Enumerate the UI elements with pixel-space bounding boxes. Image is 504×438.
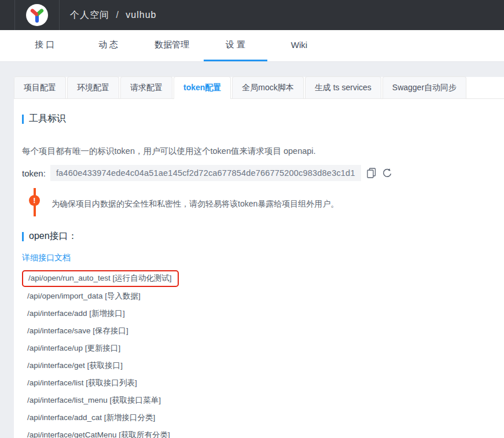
- subtab-request-config[interactable]: 请求配置: [120, 76, 172, 98]
- breadcrumb-space[interactable]: 个人空间: [70, 10, 109, 20]
- endpoint-interface-add: /api/interface/add [新增接口]: [22, 305, 504, 322]
- breadcrumb: 个人空间 / vulhub: [70, 9, 157, 21]
- main-area: 项目配置 环境配置 请求配置 token配置 全局mock脚本 生成 ts se…: [0, 62, 504, 438]
- token-label: token:: [22, 168, 46, 178]
- nav-tab-wiki[interactable]: Wiki: [267, 30, 331, 61]
- breadcrumb-separator: /: [116, 10, 119, 20]
- nav-tab-interface[interactable]: 接 口: [13, 30, 76, 61]
- red-highlight-annotation: /api/open/run_auto_test [运行自动化测试]: [22, 270, 179, 287]
- endpoint-import-data: /api/open/import_data [导入数据]: [22, 288, 504, 305]
- endpoint-run-auto-test: /api/open/run_auto_test [运行自动化测试]: [22, 269, 504, 288]
- subtab-env-config[interactable]: 环境配置: [67, 76, 119, 98]
- token-row: token: fa460e433974ede4c04a51ae145cf2d72…: [22, 164, 504, 182]
- app-header: 个人空间 / vulhub: [0, 0, 504, 30]
- yapi-logo[interactable]: [26, 4, 48, 26]
- warning-text: 为确保项目内数据的安全性和私密性，请勿轻易将该token暴露给项目组外用户。: [51, 188, 339, 216]
- subtab-project-config[interactable]: 项目配置: [14, 76, 66, 98]
- subtab-global-mock[interactable]: 全局mock脚本: [232, 76, 303, 98]
- subtab-token-config[interactable]: token配置: [174, 76, 231, 99]
- breadcrumb-project[interactable]: vulhub: [126, 10, 156, 20]
- endpoint-list: /api/open/run_auto_test [运行自动化测试] /api/o…: [22, 269, 504, 438]
- endpoint-interface-get: /api/interface/get [获取接口]: [22, 357, 504, 374]
- logo-cell: [14, 0, 60, 30]
- open-api-title-text: open接口：: [29, 230, 78, 242]
- token-warning: ! 为确保项目内数据的安全性和私密性，请勿轻易将该token暴露给项目组外用户。: [29, 188, 504, 216]
- endpoint-interface-add-cat: /api/interface/add_cat [新增接口分类]: [22, 409, 504, 426]
- detailed-api-doc-link[interactable]: 详细接口文档: [22, 253, 71, 263]
- token-description: 每个项目都有唯一的标识token，用户可以使用这个token值来请求项目 ope…: [22, 146, 504, 157]
- section-accent-bar: [22, 115, 24, 124]
- section-accent-bar: [22, 232, 24, 241]
- endpoint-interface-list-menu: /api/interface/list_menu [获取接口菜单]: [22, 392, 504, 409]
- tool-identity-section-title: 工具标识: [22, 113, 504, 125]
- nav-tab-activity[interactable]: 动 态: [76, 30, 140, 61]
- tool-identity-title-text: 工具标识: [29, 113, 66, 125]
- nav-tab-data-management[interactable]: 数据管理: [140, 30, 204, 61]
- settings-card: 项目配置 环境配置 请求配置 token配置 全局mock脚本 生成 ts se…: [14, 77, 504, 438]
- open-api-section-title: open接口：: [22, 230, 504, 242]
- endpoint-interface-get-cat-menu: /api/interface/getCatMenu [获取所有分类]: [22, 426, 504, 438]
- yapi-logo-icon: [26, 4, 48, 26]
- refresh-icon[interactable]: [382, 168, 392, 178]
- nav-tab-settings[interactable]: 设 置: [204, 30, 267, 61]
- exclamation-icon: !: [29, 188, 40, 216]
- endpoint-interface-list: /api/interface/list [获取接口列表]: [22, 374, 504, 392]
- project-nav: 接 口 动 态 数据管理 设 置 Wiki: [0, 30, 504, 62]
- copy-icon[interactable]: [367, 168, 376, 178]
- endpoint-interface-save: /api/interface/save [保存接口]: [22, 322, 504, 340]
- subtab-swagger-sync[interactable]: Swagger自动同步: [382, 76, 466, 98]
- subtab-ts-services[interactable]: 生成 ts services: [305, 76, 381, 98]
- settings-subtabs: 项目配置 环境配置 请求配置 token配置 全局mock脚本 生成 ts se…: [14, 77, 504, 99]
- token-value: fa460e433974ede4c04a51ae145cf2d72ca67785…: [50, 165, 361, 181]
- endpoint-interface-up: /api/interface/up [更新接口]: [22, 340, 504, 357]
